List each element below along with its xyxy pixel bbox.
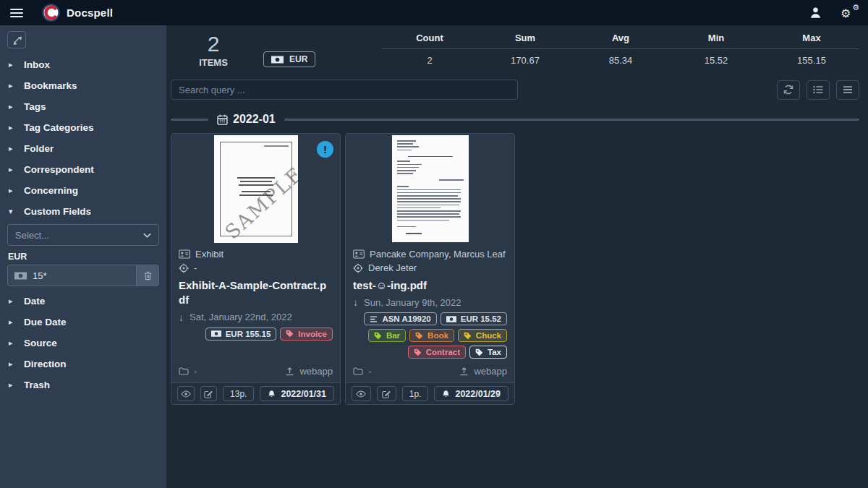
tag-badge[interactable]: Invoice <box>280 328 333 341</box>
user-icon[interactable] <box>809 7 822 19</box>
custom-field-input-group <box>7 265 159 286</box>
top-navbar: Docspell ⚙ ⚙ <box>0 0 868 25</box>
crosshair-circle-icon <box>353 263 363 273</box>
tag-icon <box>414 348 422 356</box>
correspondent-line: Exhibit <box>179 249 333 260</box>
arrow-down-icon: ↓ <box>179 312 184 323</box>
badge-row: EUR 155.15 Invoice <box>179 328 333 341</box>
address-card-icon <box>353 249 365 259</box>
upload-icon <box>459 367 469 376</box>
sidebar-item-due-date[interactable]: ▸ Due Date <box>0 312 166 333</box>
folder-icon <box>179 367 189 375</box>
custom-field-select[interactable]: Select... <box>7 224 159 246</box>
clear-field-button[interactable] <box>136 265 158 286</box>
brand[interactable]: Docspell <box>42 4 113 22</box>
document-preview[interactable]: SAMPLE ! <box>171 134 340 244</box>
custom-field-label: EUR <box>8 252 166 262</box>
sidebar-item-source[interactable]: ▸ Source <box>0 333 166 354</box>
list-view-button[interactable] <box>807 80 830 100</box>
stats-header-avg: Avg <box>573 33 668 43</box>
sidebar-item-direction[interactable]: ▸ Direction <box>0 354 166 374</box>
arrow-down-icon: ↓ <box>353 296 358 308</box>
caret-right-icon: ▸ <box>9 102 16 111</box>
upload-icon <box>285 367 294 376</box>
card-footer: 13p. 2022/01/31 <box>171 382 340 404</box>
docspell-logo-icon <box>42 4 60 22</box>
sidebar-item-custom-fields[interactable]: ▾ Custom Fields <box>0 201 166 222</box>
tag-icon <box>464 332 472 340</box>
tag-badge[interactable]: Book <box>409 329 454 342</box>
item-title[interactable]: Exhibit-A-Sample-Contract.pdf <box>179 278 333 308</box>
document-thumbnail: SAMPLE <box>214 135 298 243</box>
document-thumbnail <box>392 135 469 242</box>
main-content: 2 ITEMS EUR Count Sum Avg Min Max <box>166 25 868 488</box>
due-date-chip[interactable]: 2022/01/29 <box>434 386 509 401</box>
money-icon <box>14 272 27 280</box>
sidebar-item-tag-categories[interactable]: ▸ Tag Categories <box>0 117 166 138</box>
month-label: 2022-01 <box>233 113 276 126</box>
item-card[interactable]: SAMPLE ! Exhib <box>171 133 341 405</box>
sidebar-item-tags[interactable]: ▸ Tags <box>0 96 166 117</box>
stats-header-max: Max <box>764 33 859 43</box>
money-icon <box>271 56 284 64</box>
custom-field-value-input[interactable] <box>33 265 136 286</box>
stats-value-min: 15.52 <box>668 55 764 66</box>
stats-value-max: 155.15 <box>764 55 859 66</box>
badge-rows: ASN A19920 EUR 15.52 <box>353 312 507 359</box>
stats-header-sum: Sum <box>477 33 573 43</box>
edit-button[interactable] <box>200 386 218 401</box>
concerning-line: - <box>179 262 333 273</box>
caret-right-icon: ▸ <box>9 296 16 306</box>
money-icon <box>211 330 221 337</box>
sidebar-item-trash[interactable]: ▸ Trash <box>0 374 166 395</box>
search-bar <box>171 80 859 100</box>
page-count-chip: 13p. <box>223 386 254 401</box>
item-title[interactable]: test-☺-ing.pdf <box>353 278 507 293</box>
tag-badge[interactable]: Tax <box>469 346 507 359</box>
amount-badge[interactable]: EUR 15.52 <box>441 312 507 325</box>
menu-bars-button[interactable] <box>836 80 859 100</box>
bell-icon <box>442 390 450 398</box>
sidebar-item-concerning[interactable]: ▸ Concerning <box>0 180 166 201</box>
search-input[interactable] <box>171 80 518 100</box>
tag-badge[interactable]: Bar <box>368 329 406 342</box>
stats-value-sum: 170.67 <box>477 55 573 66</box>
preview-eye-button[interactable] <box>352 386 371 401</box>
alert-exclamation-icon[interactable]: ! <box>317 141 333 158</box>
divider-line <box>284 119 859 121</box>
sidebar-collapse-button[interactable] <box>7 31 26 48</box>
correspondent-line: Pancake Company, Marcus Leaf <box>353 249 507 260</box>
stats-value-count: 2 <box>382 55 477 66</box>
folder-source-line: - webapp <box>179 361 333 377</box>
sidebar-item-folder[interactable]: ▸ Folder <box>0 138 166 159</box>
document-preview[interactable] <box>346 134 514 244</box>
money-icon <box>446 316 456 322</box>
edit-button[interactable] <box>377 386 396 401</box>
currency-chip[interactable]: EUR <box>263 51 315 67</box>
stats-header-min: Min <box>668 33 764 43</box>
item-card[interactable]: Pancake Company, Marcus Leaf Derek Jeter <box>345 133 515 405</box>
caret-down-icon: ▾ <box>9 207 16 216</box>
caret-right-icon: ▸ <box>9 317 16 327</box>
due-date-chip[interactable]: 2022/01/31 <box>260 386 334 401</box>
menu-icon[interactable] <box>10 9 23 17</box>
sidebar-item-bookmarks[interactable]: ▸ Bookmarks <box>0 75 166 96</box>
asn-badge[interactable]: ASN A19920 <box>364 312 436 325</box>
sidebar-item-date[interactable]: ▸ Date <box>0 291 166 312</box>
caret-right-icon: ▸ <box>9 60 16 69</box>
refresh-button[interactable] <box>777 80 800 100</box>
stats-bar: 2 ITEMS EUR Count Sum Avg Min Max <box>171 33 859 68</box>
amount-badge[interactable]: EUR 155.15 <box>205 328 277 341</box>
sidebar-item-inbox[interactable]: ▸ Inbox <box>0 54 166 75</box>
sidebar-item-correspondent[interactable]: ▸ Correspondent <box>0 159 166 180</box>
concerning-line: Derek Jeter <box>353 262 507 273</box>
list-icon <box>370 316 378 322</box>
calendar-icon <box>217 114 228 125</box>
tag-badge[interactable]: Chuck <box>458 329 507 342</box>
settings-gears-icon[interactable]: ⚙ ⚙ <box>841 6 858 20</box>
preview-eye-button[interactable] <box>177 386 195 401</box>
caret-right-icon: ▸ <box>9 186 16 195</box>
items-count: 2 ITEMS <box>171 33 256 68</box>
tag-icon <box>374 332 382 340</box>
tag-badge[interactable]: Contract <box>408 346 466 359</box>
